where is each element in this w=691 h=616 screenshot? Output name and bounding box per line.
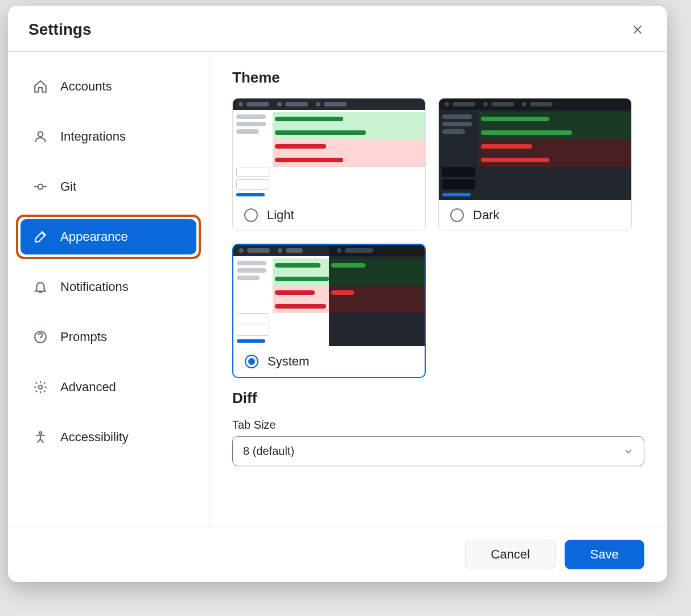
- home-icon: [33, 79, 48, 94]
- sidebar-item-appearance[interactable]: Appearance: [20, 219, 196, 254]
- sidebar-item-git[interactable]: Git: [20, 169, 196, 204]
- sidebar-item-label: Git: [60, 179, 76, 194]
- svg-point-0: [38, 132, 43, 137]
- save-button[interactable]: Save: [565, 540, 644, 569]
- close-button[interactable]: [628, 20, 647, 39]
- modal-title: Settings: [28, 20, 91, 39]
- question-icon: [33, 330, 48, 344]
- theme-option-label: System: [268, 354, 309, 369]
- tab-size-value: 8 (default): [243, 445, 294, 458]
- theme-heading: Theme: [232, 69, 644, 87]
- sidebar-item-label: Accessibility: [60, 430, 129, 445]
- modal-body: Accounts Integrations Git Appearanc: [8, 52, 667, 527]
- gear-icon: [33, 380, 48, 395]
- sidebar-item-label: Accounts: [60, 79, 112, 94]
- theme-option-system[interactable]: System: [232, 244, 426, 378]
- radio-icon: [244, 208, 258, 222]
- tab-size-label: Tab Size: [232, 418, 644, 432]
- settings-modal: Settings Accounts Integrations: [8, 6, 667, 582]
- bell-icon: [33, 280, 48, 294]
- modal-footer: Cancel Save: [8, 527, 667, 582]
- theme-option-label: Light: [267, 208, 294, 223]
- modal-header: Settings: [8, 6, 667, 52]
- sidebar-item-accounts[interactable]: Accounts: [20, 69, 196, 104]
- tab-size-select[interactable]: 8 (default): [232, 436, 644, 466]
- accessibility-icon: [33, 430, 48, 445]
- theme-option-dark[interactable]: Dark: [438, 98, 632, 231]
- theme-option-light[interactable]: Light: [232, 98, 426, 231]
- sidebar-item-label: Prompts: [60, 330, 107, 344]
- person-icon: [33, 129, 48, 144]
- theme-preview-light: [233, 98, 425, 200]
- paintbrush-icon: [33, 229, 48, 244]
- sidebar-item-notifications[interactable]: Notifications: [20, 269, 196, 305]
- sidebar-item-advanced[interactable]: Advanced: [20, 369, 196, 405]
- svg-point-4: [39, 432, 42, 434]
- settings-content: Theme: [209, 52, 667, 527]
- radio-icon: [245, 355, 258, 368]
- theme-options: Light: [232, 98, 644, 378]
- sidebar-item-label: Advanced: [60, 380, 116, 395]
- sidebar-item-label: Appearance: [60, 229, 128, 244]
- theme-preview-system: [233, 245, 425, 346]
- theme-option-label: Dark: [473, 208, 499, 223]
- sidebar-item-label: Notifications: [60, 280, 129, 294]
- svg-point-3: [39, 385, 43, 389]
- git-commit-icon: [33, 179, 48, 194]
- chevron-down-icon: [623, 446, 634, 457]
- sidebar-item-prompts[interactable]: Prompts: [20, 319, 196, 355]
- theme-preview-dark: [439, 98, 631, 200]
- svg-point-1: [38, 184, 43, 190]
- sidebar-item-accessibility[interactable]: Accessibility: [20, 420, 196, 455]
- radio-icon: [450, 208, 464, 222]
- sidebar-item-integrations[interactable]: Integrations: [20, 119, 196, 154]
- cancel-button[interactable]: Cancel: [465, 540, 555, 569]
- settings-sidebar: Accounts Integrations Git Appearanc: [8, 52, 209, 527]
- close-icon: [631, 23, 644, 36]
- sidebar-item-label: Integrations: [60, 129, 126, 144]
- diff-heading: Diff: [232, 389, 644, 407]
